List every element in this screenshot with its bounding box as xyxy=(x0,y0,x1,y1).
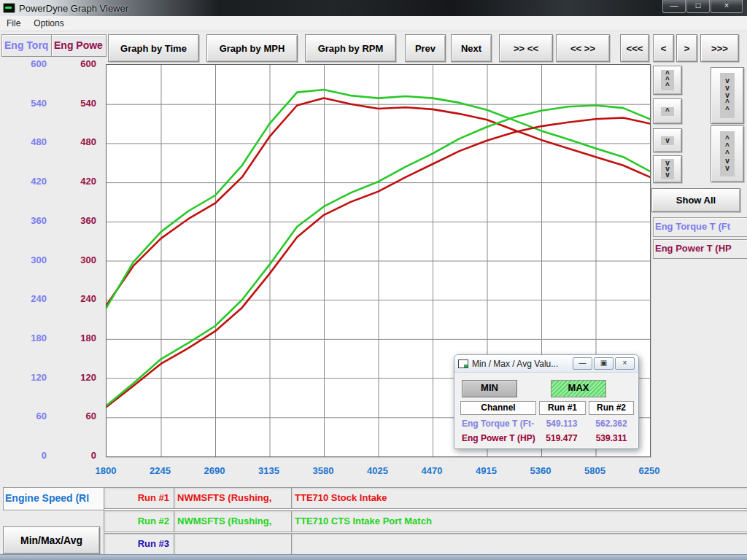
scroll-down-button[interactable]: v xyxy=(653,128,682,152)
torque-axis-ticks: 060120180240300360420480540600 xyxy=(0,64,50,456)
torque-run1-max: 549.113 xyxy=(539,419,584,429)
x-tick-4025: 4025 xyxy=(352,465,403,476)
scroll-up-fast-button[interactable]: ^^^ xyxy=(653,66,682,95)
y-tick-360: 360 xyxy=(0,215,47,226)
vertical-zoom-out-button[interactable]: ^^^vv xyxy=(711,125,744,182)
x-tick-3580: 3580 xyxy=(298,465,349,476)
menu-options[interactable]: Options xyxy=(27,17,70,30)
run2-column-header: Run #2 xyxy=(589,401,634,415)
scroll-up-button[interactable]: ^ xyxy=(653,98,682,124)
toolbar: Graph by TimeGraph by MPHGraph by RPMPre… xyxy=(108,34,739,62)
toolbar-pan-right-button[interactable]: > xyxy=(676,34,697,62)
dialog-minimize-icon[interactable]: — xyxy=(573,357,592,370)
engine-speed-label: Engine Speed (RI xyxy=(3,487,104,510)
y-tick-60: 60 xyxy=(0,411,47,421)
y-tick-0: 0 xyxy=(50,450,96,461)
run1-column-header: Run #1 xyxy=(539,401,586,415)
x-tick-2690: 2690 xyxy=(189,465,240,476)
y-tick-480: 480 xyxy=(50,136,96,147)
show-all-button[interactable]: Show All xyxy=(651,188,740,212)
y-tick-540: 540 xyxy=(0,98,47,109)
maximize-icon[interactable]: □ xyxy=(686,0,710,13)
toolbar-next-button[interactable]: Next xyxy=(451,34,492,62)
torque-channel-label[interactable]: Eng Torque T (Ft xyxy=(653,217,747,237)
menu-bar: File Options xyxy=(0,16,747,31)
app-icon xyxy=(3,3,15,13)
power-channel-label[interactable]: Eng Power T (HP xyxy=(653,239,747,259)
y-tick-420: 420 xyxy=(50,176,96,187)
y-tick-480: 480 xyxy=(0,136,47,147)
y-tick-180: 180 xyxy=(0,332,47,343)
toolbar-zoom-in-x-button[interactable]: >> << xyxy=(499,34,553,62)
close-icon[interactable]: × xyxy=(711,0,743,13)
toolbar-pan-far-left-button[interactable]: <<< xyxy=(620,34,649,62)
run3-dyno-label xyxy=(174,533,292,555)
x-tick-4470: 4470 xyxy=(406,465,457,476)
power-axis-ticks: 060120180240300360420480540600 xyxy=(53,64,99,456)
run1-dyno-label: NWMSFTS (Rushing, xyxy=(174,487,292,509)
toolbar-graph-by-rpm-button[interactable]: Graph by RPM xyxy=(305,34,396,62)
dialog-title-bar[interactable]: Min / Max / Avg Valu... — ▣ × xyxy=(454,355,638,373)
chevron-up-icon: ^ xyxy=(661,107,674,116)
torque-axis-header[interactable]: Eng Torq xyxy=(1,34,54,57)
y-tick-0: 0 xyxy=(0,450,47,461)
run2-label: Run #2 xyxy=(104,510,174,532)
window-controls: — □ × xyxy=(662,0,743,13)
x-tick-2245: 2245 xyxy=(135,465,186,476)
y-tick-540: 540 xyxy=(50,98,96,109)
y-tick-180: 180 xyxy=(50,332,96,343)
power-axis-header[interactable]: Eng Powe xyxy=(51,34,107,57)
y-tick-420: 420 xyxy=(0,176,47,187)
rpm-axis-ticks: 1800224526903135358040254470491553605805… xyxy=(0,465,747,480)
y-tick-120: 120 xyxy=(50,372,96,383)
toolbar-prev-button[interactable]: Prev xyxy=(405,34,446,62)
min-max-avg-dialog: Min / Max / Avg Valu... — ▣ × MIN MAX Ch… xyxy=(454,354,639,449)
title-bar: PowerDyne Graph Viewer — □ × xyxy=(0,0,747,16)
x-tick-6250: 6250 xyxy=(624,465,675,476)
window-bottom-edge xyxy=(0,554,747,560)
scroll-down-fast-button[interactable]: vvv xyxy=(653,155,682,183)
y-tick-300: 300 xyxy=(50,254,96,265)
dialog-icon xyxy=(458,359,468,368)
toolbar-pan-left-button[interactable]: < xyxy=(653,34,674,62)
dialog-restore-icon[interactable]: ▣ xyxy=(594,357,614,370)
toolbar-graph-by-time-button[interactable]: Graph by Time xyxy=(108,34,199,62)
menu-file[interactable]: File xyxy=(0,17,27,30)
y-tick-60: 60 xyxy=(50,411,96,421)
run1-description: TTE710 Stock Intake xyxy=(291,487,747,509)
y-tick-240: 240 xyxy=(50,293,96,304)
y-tick-300: 300 xyxy=(0,254,47,265)
min-max-avg-button[interactable]: Min/Max/Avg xyxy=(3,526,100,554)
chevrons-collapse-icon: vvv^^ xyxy=(720,73,735,118)
power-run2-max: 539.311 xyxy=(589,433,634,443)
run2-description: TTE710 CTS Intake Port Match xyxy=(291,510,747,532)
minimize-icon[interactable]: — xyxy=(662,0,686,13)
vertical-zoom-in-button[interactable]: vvv^^ xyxy=(711,67,744,124)
y-tick-120: 120 xyxy=(0,372,47,383)
torque-row-channel: Eng Torque T (Ft- xyxy=(462,419,539,429)
powerdyne-window: PowerDyne Graph Viewer — □ × File Option… xyxy=(0,0,747,560)
toolbar-graph-by-mph-button[interactable]: Graph by MPH xyxy=(206,34,298,62)
chevron-down-icon: v xyxy=(661,136,674,145)
power-row-channel: Eng Power T (HP) xyxy=(462,433,539,443)
toolbar-pan-far-right-button[interactable]: >>> xyxy=(700,34,739,62)
x-tick-4915: 4915 xyxy=(461,465,512,476)
max-toggle-button[interactable]: MAX xyxy=(551,380,606,397)
min-toggle-button[interactable]: MIN xyxy=(462,380,517,397)
chevrons-expand-icon: ^^^vv xyxy=(720,131,735,176)
window-title: PowerDyne Graph Viewer xyxy=(19,3,128,14)
x-tick-5805: 5805 xyxy=(570,465,621,476)
x-tick-1800: 1800 xyxy=(80,465,131,476)
run3-description xyxy=(291,533,747,555)
torque-run2-max: 562.362 xyxy=(589,419,634,429)
toolbar-zoom-out-x-button[interactable]: << >> xyxy=(556,34,610,62)
x-tick-3135: 3135 xyxy=(244,465,295,476)
dialog-close-icon[interactable]: × xyxy=(615,357,635,370)
run3-label: Run #3 xyxy=(104,533,174,555)
channel-column-header: Channel xyxy=(460,401,536,415)
y-tick-600: 600 xyxy=(50,58,96,69)
power-run1-max: 519.477 xyxy=(539,433,584,443)
dialog-title: Min / Max / Avg Valu... xyxy=(472,359,571,369)
run2-dyno-label: NWMSFTS (Rushing, xyxy=(174,510,292,532)
triple-chevron-down-icon: vvv xyxy=(661,159,674,179)
